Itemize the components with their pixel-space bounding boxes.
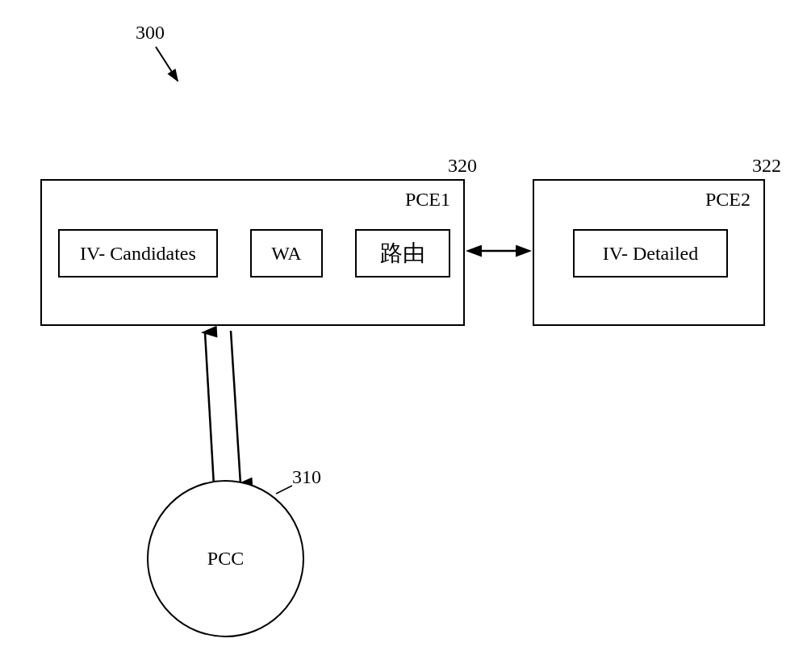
figure-pointer-arrow	[153, 44, 186, 93]
pcc-circle: PCC	[147, 480, 304, 637]
pce1-ref: 320	[448, 155, 477, 177]
svg-line-9	[276, 486, 292, 494]
pcc-label: PCC	[207, 548, 244, 570]
wa-box: WA	[250, 229, 323, 278]
pce2-title: PCE2	[705, 189, 751, 211]
pce1-pcc-arrows	[186, 326, 266, 491]
iv-candidates-box: IV- Candidates	[58, 229, 218, 278]
pce1-ref-leadline	[442, 174, 466, 184]
pce1-title: PCE1	[405, 189, 450, 211]
svg-line-7	[205, 332, 214, 486]
pce2-box: PCE2 IV- Detailed	[533, 179, 765, 326]
pce1-pce2-arrow	[465, 239, 533, 263]
figure-ref-300: 300	[136, 22, 165, 44]
routing-box: 路由	[355, 229, 450, 278]
iv-detailed-box: IV- Detailed	[573, 229, 728, 278]
pce2-ref: 322	[752, 155, 781, 177]
pcc-ref-leadline	[274, 482, 299, 499]
pce1-box: PCE1 IV- Candidates WA 路由	[40, 179, 465, 326]
svg-line-8	[231, 331, 240, 484]
svg-line-1	[156, 47, 178, 81]
